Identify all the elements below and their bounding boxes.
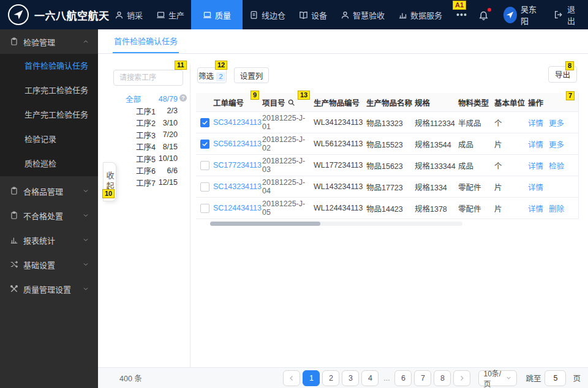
header-item-name[interactable]: 生产物品名称: [366, 97, 415, 108]
username: 吴东阳: [521, 3, 540, 26]
annotation-badge-9: 9: [251, 91, 259, 100]
row-checkbox[interactable]: [200, 182, 209, 192]
tools-icon: [10, 285, 18, 293]
clipboard-icon: [10, 187, 18, 195]
nav-item-data-service[interactable]: 数据服务: [391, 0, 449, 29]
page-button-4[interactable]: 4: [361, 370, 379, 386]
page-button-3[interactable]: 3: [342, 370, 359, 386]
chart-icon: [398, 10, 407, 20]
filter-item-process-1[interactable]: 工序1 2/3: [98, 105, 190, 118]
sidebar-group-qualified-products[interactable]: 合格品管理: [0, 179, 98, 203]
top-navbar: 一六八航空航天 销采 生产 质量 线边仓 设备 智慧验收 数据服务 ••• 吴东…: [0, 0, 588, 29]
page-size-select[interactable]: 10条/页: [478, 370, 517, 386]
header-material-type[interactable]: 物料类型: [458, 97, 494, 108]
nav-item-equipment[interactable]: 设备: [292, 0, 334, 29]
user-icon: [115, 10, 124, 20]
table-row: SC143234113 20181225-J-04 WL143234113 物品…: [196, 176, 578, 198]
page-unit-label: 页: [573, 372, 581, 384]
annotation-badge-11: 11: [175, 61, 187, 70]
more-link[interactable]: 更多: [549, 138, 564, 150]
inspect-link[interactable]: 检验: [549, 160, 564, 171]
nav-item-production[interactable]: 生产: [149, 0, 191, 29]
prev-page-button[interactable]: [283, 370, 300, 386]
detail-link[interactable]: 详情: [528, 181, 543, 193]
notification-bell-icon[interactable]: [472, 10, 495, 20]
more-icon[interactable]: •••: [451, 10, 472, 20]
more-link[interactable]: 更多: [549, 117, 564, 129]
next-page-button[interactable]: [453, 370, 470, 386]
chevron-down-icon: [82, 212, 89, 219]
sidebar-item-quality-patrol[interactable]: 质检巡检: [0, 152, 98, 176]
table-row: SC124434113 20181225-J-05 WL124434113 物品…: [196, 198, 578, 219]
page-button-6[interactable]: 6: [394, 370, 412, 386]
page-ellipsis[interactable]: ...: [381, 374, 392, 382]
notification-dot: [488, 8, 491, 12]
annotation-badge-10: 10: [102, 189, 115, 198]
search-process-input[interactable]: [113, 70, 183, 86]
panel-divider: [190, 65, 190, 367]
page-button-2[interactable]: 2: [322, 370, 339, 386]
tab-bar: 首件检验确认任务: [98, 29, 588, 54]
brand-name: 一六八航空航天: [34, 7, 110, 23]
clipboard-icon: [10, 211, 18, 220]
row-checkbox[interactable]: [200, 118, 209, 127]
user-menu[interactable]: 吴东阳: [503, 3, 540, 26]
order-no-link[interactable]: SC124434113: [213, 204, 262, 212]
tab-first-article-inspection[interactable]: 首件检验确认任务: [113, 29, 179, 53]
chart-icon: [10, 236, 18, 244]
sidebar-group-quality-management-settings[interactable]: 质量管理设置: [0, 277, 98, 301]
nav-item-line-warehouse[interactable]: 线边仓: [243, 0, 292, 29]
sidebar-group-basic-settings[interactable]: 基础设置: [0, 252, 98, 277]
detail-link[interactable]: 详情: [528, 160, 543, 171]
sidebar-group-inspection-management[interactable]: 检验管理: [0, 29, 98, 54]
order-no-link[interactable]: SC177234113: [213, 161, 262, 170]
header-spec[interactable]: 规格: [415, 97, 458, 108]
sidebar-group-report-statistics[interactable]: 报表统计: [0, 228, 98, 252]
page-button-1[interactable]: 1: [303, 370, 320, 386]
row-checkbox[interactable]: [200, 161, 209, 170]
sidebar-item-first-article-inspection[interactable]: 首件检验确认任务: [0, 54, 98, 78]
sidebar: 检验管理 首件检验确认任务 工序完工检验任务 生产完工检验任务 检验记录 质检巡…: [0, 29, 98, 388]
table-row: SC561234113 20181225-J-02 WL561234113 物品…: [196, 133, 578, 155]
horizontal-scrollbar[interactable]: [210, 222, 462, 226]
filter-item-process-2[interactable]: 工序2 3/10: [98, 117, 190, 129]
scrollbar-thumb[interactable]: [210, 222, 320, 226]
monitor-icon: [156, 10, 165, 20]
filter-item-process-4[interactable]: 工序4 8/15: [98, 141, 190, 153]
header-unit[interactable]: 基本单位: [494, 97, 528, 108]
sidebar-submenu: 首件检验确认任务 工序完工检验任务 生产完工检验任务 检验记录 质检巡检: [0, 54, 98, 176]
annotation-badge-a1: A1: [453, 1, 466, 10]
logout-icon: [554, 10, 564, 20]
page-button-7[interactable]: 7: [414, 370, 431, 386]
chevron-down-icon: [82, 261, 89, 268]
help-icon[interactable]: ?: [179, 94, 187, 102]
order-no-link[interactable]: SC143234113: [213, 182, 262, 191]
jump-page-input[interactable]: [545, 370, 566, 386]
filter-item-all[interactable]: 全部 48/79: [98, 93, 190, 105]
page-button-8[interactable]: 8: [434, 370, 451, 386]
chevron-down-icon: [505, 375, 512, 381]
logout-button[interactable]: 退出: [554, 3, 578, 26]
detail-link[interactable]: 详情: [528, 117, 543, 129]
main-content: 首件检验确认任务 全部 48/79 工序1 2/3 工序2 3/10 工序3 7…: [98, 29, 588, 388]
filter-item-process-3[interactable]: 工序3 7/20: [98, 129, 190, 141]
header-item-code[interactable]: 生产物品编号: [314, 97, 366, 108]
search-icon[interactable]: [287, 99, 295, 106]
sidebar-item-process-completion-inspection[interactable]: 工序完工检验任务: [0, 78, 98, 103]
sidebar-item-inspection-records[interactable]: 检验记录: [0, 127, 98, 152]
order-no-link[interactable]: SC561234113: [213, 140, 262, 148]
row-checkbox[interactable]: [200, 140, 209, 149]
nav-item-smart-acceptance[interactable]: 智慧验收: [334, 0, 391, 29]
nav-item-sales[interactable]: 销采: [108, 0, 149, 29]
row-checkbox[interactable]: [200, 204, 209, 213]
monitor-icon: [203, 10, 212, 20]
sidebar-group-nonconforming-disposal[interactable]: 不合格处置: [0, 203, 98, 228]
detail-link[interactable]: 详情: [528, 138, 543, 150]
nav-item-quality[interactable]: 质量: [191, 0, 243, 29]
set-columns-button[interactable]: 设置列: [234, 67, 269, 83]
order-no-link[interactable]: SC341234113: [213, 118, 262, 127]
detail-link[interactable]: 详情: [528, 203, 543, 214]
delete-link[interactable]: 删除: [549, 203, 564, 214]
avatar: [503, 7, 517, 23]
sidebar-item-production-completion-inspection[interactable]: 生产完工检验任务: [0, 103, 98, 127]
